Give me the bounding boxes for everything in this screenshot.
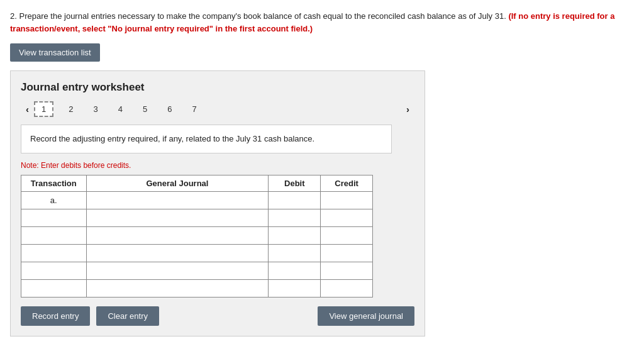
debit-cell-2[interactable]	[269, 209, 321, 226]
credit-input-2[interactable]	[325, 213, 369, 223]
question-number: 2.	[10, 11, 17, 21]
credit-cell-1[interactable]	[321, 191, 373, 209]
debit-input-3[interactable]	[272, 231, 316, 240]
col-header-transaction: Transaction	[21, 175, 87, 191]
credit-input-6[interactable]	[325, 284, 369, 293]
debit-cell-6[interactable]	[269, 279, 321, 297]
journal-cell-5[interactable]	[86, 262, 269, 279]
credit-cell-4[interactable]	[321, 244, 373, 262]
transaction-cell-2	[21, 209, 87, 226]
debit-input-2[interactable]	[272, 213, 316, 223]
journal-cell-2[interactable]	[86, 209, 269, 226]
question-text: 2. Prepare the journal entries necessary…	[10, 10, 626, 35]
debit-input-6[interactable]	[272, 284, 316, 293]
tab-4[interactable]: 4	[113, 102, 128, 116]
button-row: Record entry Clear entry View general jo…	[21, 306, 414, 326]
credit-input-4[interactable]	[325, 248, 369, 258]
col-header-debit: Debit	[269, 175, 321, 191]
journal-input-2[interactable]	[91, 213, 265, 223]
worksheet-title: Journal entry worksheet	[21, 81, 414, 94]
debit-input-1[interactable]	[272, 196, 316, 205]
view-general-journal-button[interactable]: View general journal	[318, 306, 414, 326]
tab-7[interactable]: 7	[187, 102, 201, 116]
record-entry-button[interactable]: Record entry	[21, 306, 90, 326]
credit-input-5[interactable]	[325, 266, 369, 275]
tab-5[interactable]: 5	[138, 102, 152, 116]
credit-cell-3[interactable]	[321, 226, 373, 244]
tab-nav-row: ‹ 1 2 3 4 5 6 7 ›	[21, 101, 414, 117]
nav-arrow-left[interactable]: ‹	[21, 101, 34, 117]
credit-cell-6[interactable]	[321, 279, 373, 297]
tab-numbers: 1 2 3 4 5 6 7	[34, 101, 401, 117]
view-transaction-button[interactable]: View transaction list	[10, 43, 100, 62]
note-text: Note: Enter debits before credits.	[21, 161, 414, 170]
transaction-cell-4	[21, 244, 87, 262]
debit-cell-5[interactable]	[269, 262, 321, 279]
journal-cell-6[interactable]	[86, 279, 269, 297]
clear-entry-button[interactable]: Clear entry	[96, 306, 159, 326]
description-text: Record the adjusting entry required, if …	[30, 134, 314, 143]
debit-cell-1[interactable]	[269, 191, 321, 209]
transaction-cell-6	[21, 279, 87, 297]
debit-cell-4[interactable]	[269, 244, 321, 262]
journal-input-3[interactable]	[91, 231, 265, 240]
question-body: Prepare the journal entries necessary to…	[19, 11, 506, 21]
journal-input-4[interactable]	[91, 248, 265, 258]
debit-cell-3[interactable]	[269, 226, 321, 244]
debit-input-4[interactable]	[272, 248, 316, 258]
col-header-general-journal: General Journal	[86, 175, 269, 191]
journal-table: Transaction General Journal Debit Credit…	[21, 175, 373, 298]
table-row	[21, 262, 373, 279]
tab-6[interactable]: 6	[162, 102, 177, 116]
table-row	[21, 209, 373, 226]
transaction-cell-1: a.	[21, 191, 87, 209]
credit-cell-5[interactable]	[321, 262, 373, 279]
journal-cell-1[interactable]	[86, 191, 269, 209]
tab-1[interactable]: 1	[34, 101, 53, 117]
worksheet-container: Journal entry worksheet ‹ 1 2 3 4 5 6 7 …	[10, 70, 425, 337]
transaction-cell-5	[21, 262, 87, 279]
credit-input-3[interactable]	[325, 231, 369, 240]
journal-cell-3[interactable]	[86, 226, 269, 244]
nav-arrow-right[interactable]: ›	[401, 101, 414, 117]
table-row: a.	[21, 191, 373, 209]
journal-input-6[interactable]	[91, 284, 265, 293]
journal-input-5[interactable]	[91, 266, 265, 275]
col-header-credit: Credit	[321, 175, 373, 191]
journal-cell-4[interactable]	[86, 244, 269, 262]
transaction-cell-3	[21, 226, 87, 244]
table-row	[21, 244, 373, 262]
tab-2[interactable]: 2	[64, 102, 78, 116]
tab-3[interactable]: 3	[88, 102, 103, 116]
credit-cell-2[interactable]	[321, 209, 373, 226]
credit-input-1[interactable]	[325, 196, 369, 205]
description-box: Record the adjusting entry required, if …	[21, 125, 392, 153]
journal-input-1[interactable]	[91, 196, 265, 205]
table-row	[21, 226, 373, 244]
debit-input-5[interactable]	[272, 266, 316, 275]
table-row	[21, 279, 373, 297]
